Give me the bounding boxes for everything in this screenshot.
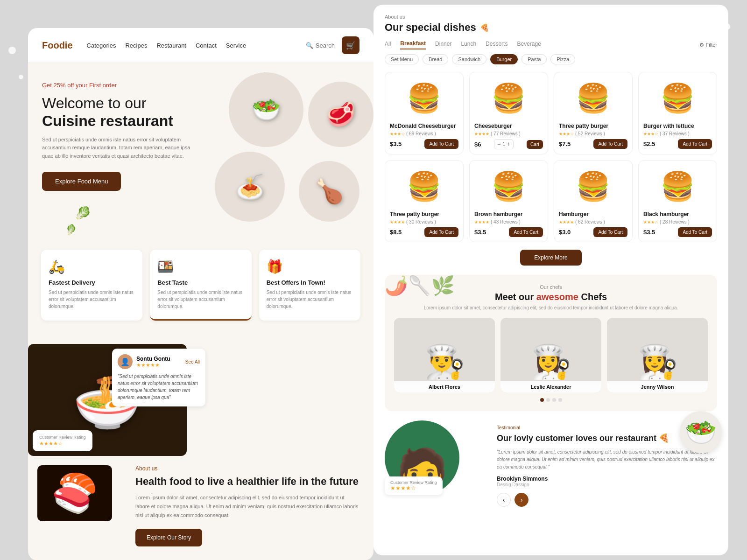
nav-recipes[interactable]: Recipes [125,42,147,49]
food-card-5: 🍔 Brown hamburger ★★★★ ( 43 Reviews ) $3… [469,160,548,242]
search-icon: 🔍 [306,42,313,49]
chef-card-2: 👩‍🍳 Jenny Wilson [607,318,708,392]
nav-contact[interactable]: Contact [196,42,217,49]
hero-description: Sed ut perspiciatis unde omnis iste natu… [42,136,201,161]
chip-set-menu[interactable]: Set Menu [385,54,419,64]
food-price-5: $3.5 [474,229,486,236]
food-footer-4: $8.5 Add To Cart [390,227,458,237]
cart-btn-1[interactable]: Cart [527,140,543,149]
food-footer-5: $3.5 Add To Cart [474,227,543,237]
about-us-label: About us [385,14,717,20]
testimonial-role: Dessig Dassign [497,482,717,487]
plate-1: 🥗 [229,72,303,147]
customer-rating-label: Customer Review Rating [390,480,437,485]
chip-sandwich[interactable]: Sandwich [452,54,486,64]
tab-desserts[interactable]: Desserts [486,41,507,49]
nav-categories[interactable]: Categories [87,42,116,49]
reviewer-avatar: 👤 [118,354,133,369]
food-card-2: 🍔 Three patty burger ★★★☆ ( 52 Reviews )… [554,72,633,154]
nav-service[interactable]: Service [226,42,246,49]
feature-taste-title: Best Taste [157,279,244,286]
food-name-2: Three patty burger [559,123,627,129]
qty-control-1: − 1 + [494,139,514,149]
about-content: About us Health food to live a healthier… [131,465,364,546]
chip-pasta[interactable]: Pasta [521,54,547,64]
feature-offers-title: Best Offers In Town! [267,279,353,286]
tab-beverage[interactable]: Beverage [517,41,541,49]
qty-plus-1[interactable]: + [507,141,510,147]
add-cart-3[interactable]: Add To Cart [678,139,712,149]
food-name-5: Brown hamburger [474,211,543,217]
food-name-7: Black hamburger [643,211,712,217]
search-label: Search [316,42,335,49]
food-footer-3: $2.5 Add To Cart [643,139,712,149]
rating-card: Customer Review Rating ★★★★☆ [33,430,92,451]
nav-restaurant[interactable]: Restaurant [156,42,186,49]
carousel-dot-3[interactable] [558,398,562,402]
food-image-2: 🍔 [559,77,627,119]
prev-arrow[interactable]: ‹ [497,493,511,507]
add-cart-4[interactable]: Add To Cart [424,227,458,237]
carousel-dot-1[interactable] [546,398,550,402]
food-image-3: 🍔 [643,77,712,119]
tab-all[interactable]: All [385,41,391,49]
food-name-6: Hamburger [559,211,627,217]
chip-bread[interactable]: Bread [423,54,448,64]
chip-burger[interactable]: Burger [490,54,518,64]
carousel-dot-0[interactable] [540,398,544,402]
plates-area: 🥗 🥩 🍝 🍗 [205,72,374,236]
food-name-1: Cheeseburger [474,123,543,129]
hero-section: Get 25% off your First order Welcome to … [28,63,374,240]
food-card-0: 🍔 McDonald Cheeseburger ★★★☆ ( 69 Review… [385,72,464,154]
left-panel: 🌿 🌿 🥬 🥬 Foodie Categories Recipes Restau… [28,28,374,560]
feature-taste-desc: Sed ut perspiciatis unde omnis iste natu… [157,289,244,310]
filter-button[interactable]: ⚙ Filter [699,42,717,48]
customer-rating-stars: ★★★★☆ [390,485,437,491]
chef-emoji-0: 👨‍🍳 [424,343,465,381]
food-footer-1: $6 − 1 + Cart [474,139,543,149]
food-rating-5: ★★★★ ( 43 Reviews ) [474,219,543,224]
explore-story-button[interactable]: Explore Our Story [135,529,202,546]
food-card-4: 🍔 Three patty burger ★★★★ ( 30 Reviews )… [385,160,464,242]
add-cart-0[interactable]: Add To Cart [424,139,458,149]
food-card-7: 🍔 Black hamburger ★★★☆ ( 28 Reviews ) $3… [638,160,717,242]
features-section: 🛵 Fastest Delivery Sed ut perspiciatis u… [28,245,374,330]
add-cart-6[interactable]: Add To Cart [593,227,627,237]
feature-offers: 🎁 Best Offers In Town! Sed ut perspiciat… [259,250,360,321]
testimonial-name: Brooklyn Simmons [497,476,717,482]
sub-filters: Set Menu Bread Sandwich Burger Pasta Piz… [385,54,717,64]
food-rating-7: ★★★☆ ( 28 Reviews ) [643,219,712,224]
search-bar[interactable]: 🔍 Search [306,42,335,49]
food-image-6: 🍔 [559,165,627,207]
chef-card-0: 👨‍🍳 Albert Flores [394,318,495,392]
tab-lunch[interactable]: Lunch [461,41,476,49]
add-cart-5[interactable]: Add To Cart [509,227,543,237]
rating-stars: ★★★★☆ [39,441,86,447]
explore-more-button[interactable]: Explore More [520,250,581,266]
nav-links: Categories Recipes Restaurant Contact Se… [87,41,306,49]
explore-food-menu-button[interactable]: Explore Food Menu [42,172,121,191]
next-arrow[interactable]: › [514,493,529,507]
qty-minus-1[interactable]: − [497,141,500,147]
cart-button[interactable]: 🛒 [342,36,359,54]
tab-breakfast[interactable]: Breakfast [400,40,426,49]
delivery-icon: 🛵 [49,259,135,274]
review-text: "Sed ut perspiciatis unde omnis iste nat… [118,373,200,401]
reviewer-name: Sontu Gontu [136,356,170,362]
food-price-2: $7.5 [559,140,571,147]
food-footer-2: $7.5 Add To Cart [559,139,627,149]
chef-name-1: Leslie Alexander [500,381,601,392]
add-cart-7[interactable]: Add To Cart [678,227,712,237]
chip-pizza[interactable]: Pizza [550,54,575,64]
food-rating-0: ★★★☆ ( 69 Reviews ) [390,131,458,136]
food-price-3: $2.5 [643,140,655,147]
chef-name-2: Jenny Wilson [607,381,708,392]
see-all-link[interactable]: See All [185,359,200,364]
about-area: 🍣 About us Health food to live a healthi… [28,465,374,560]
food-footer-0: $3.5 Add To Cart [390,139,458,149]
special-dishes-title: Our special dishes [385,21,717,34]
food-image-1: 🍔 [474,77,543,119]
tab-dinner[interactable]: Dinner [435,41,451,49]
add-cart-2[interactable]: Add To Cart [593,139,627,149]
carousel-dot-2[interactable] [552,398,556,402]
